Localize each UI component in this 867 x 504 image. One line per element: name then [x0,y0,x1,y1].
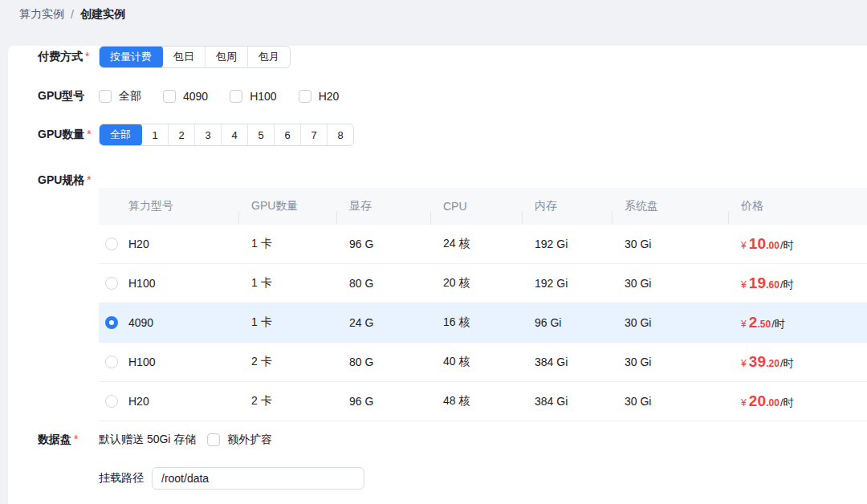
cell-gpu-count: 2 卡 [238,394,336,408]
required-asterisk: * [87,128,91,140]
cell-sys-disk: 30 Gi [612,316,728,329]
cell-price: ¥20.00/时 [728,392,867,410]
spec-row-4090-selected[interactable]: 4090 1 卡 24 G 16 核 96 Gi 30 Gi ¥2.50/时 [99,303,867,343]
cell-sys-disk: 30 Gi [612,277,728,290]
billing-option-pay-as-you-go[interactable]: 按量计费 [99,46,163,68]
gpu-count-option-5[interactable]: 5 [247,124,274,145]
cell-sys-disk: 30 Gi [612,356,728,368]
mount-path-label: 挂载路径 [99,471,144,486]
gpu-count-option-2[interactable]: 2 [168,124,194,145]
cell-gpu-count: 1 卡 [238,315,336,330]
gpu-count-option-3[interactable]: 3 [194,124,221,145]
gpu-count-option-8[interactable]: 8 [327,124,353,145]
spec-row-h100-2[interactable]: H100 2 卡 80 G 40 核 384 Gi 30 Gi ¥39.20/时 [99,343,867,382]
checkbox-icon[interactable] [207,433,220,446]
checkbox-icon[interactable] [99,90,112,103]
gpu-count-row: GPU数量* 全部 1 2 3 4 5 6 7 8 [8,124,867,146]
cell-memory: 192 Gi [522,238,612,250]
cell-vram: 80 G [336,356,430,368]
required-asterisk: * [87,173,91,186]
gpu-model-option-h20[interactable]: H20 [299,90,340,103]
cell-cpu: 40 核 [430,355,522,369]
cell-gpu-count: 1 卡 [238,237,336,251]
checkbox-icon[interactable] [230,90,242,103]
checkbox-icon[interactable] [299,90,311,103]
gpu-model-option-4090[interactable]: 4090 [163,90,208,103]
gpu-count-option-4[interactable]: 4 [221,124,247,145]
cell-memory: 384 Gi [522,395,612,408]
header-gpu-count: GPU数量 [238,199,336,213]
required-asterisk: * [74,433,78,445]
cell-gpu-count: 2 卡 [238,355,336,369]
gpu-count-segmented: 全部 1 2 3 4 5 6 7 8 [99,124,354,146]
cell-vram: 80 G [336,277,430,290]
checkbox-icon[interactable] [163,90,176,103]
header-sys-disk: 系统盘 [612,199,728,213]
gpu-count-option-7[interactable]: 7 [300,124,327,145]
cell-price: ¥19.60/时 [728,274,867,292]
cell-sys-disk: 30 Gi [612,238,728,250]
breadcrumb-parent[interactable]: 算力实例 [19,7,64,22]
required-asterisk: * [85,50,89,63]
cell-model: 4090 [128,316,238,329]
header-model: 算力型号 [128,199,238,213]
billing-method-segmented: 按量计费 包日 包周 包月 [99,46,291,68]
gpu-count-label: GPU数量* [38,128,99,142]
cell-memory: 96 Gi [522,316,612,329]
create-instance-form-card: 付费方式* 按量计费 包日 包周 包月 GPU型号 全部 4090 H100 H… [8,46,867,504]
cell-cpu: 20 核 [430,276,522,291]
header-price: 价格 [728,199,867,213]
cell-price: ¥2.50/时 [728,314,867,331]
spec-row-h20-1[interactable]: H20 1 卡 96 G 24 核 192 Gi 30 Gi ¥10.00/时 [99,225,867,264]
cell-cpu: 24 核 [430,237,522,251]
radio-icon[interactable] [105,238,118,250]
gpu-spec-row: GPU规格* [8,162,867,188]
gpu-spec-table: 算力型号 GPU数量 显存 CPU 内存 系统盘 价格 H20 1 卡 96 G… [99,188,867,421]
radio-icon[interactable] [105,395,118,408]
cell-sys-disk: 30 Gi [612,395,728,408]
cell-vram: 96 G [336,395,430,408]
cell-memory: 384 Gi [522,356,612,368]
spec-row-h20-2[interactable]: H20 2 卡 96 G 48 核 384 Gi 30 Gi ¥20.00/时 [99,382,867,421]
cell-model: H100 [128,356,238,368]
extra-expand-option[interactable]: 额外扩容 [207,433,272,447]
radio-icon[interactable] [105,356,118,368]
cell-gpu-count: 1 卡 [238,276,336,291]
spec-row-h100-1[interactable]: H100 1 卡 80 G 20 核 192 Gi 30 Gi ¥19.60/时 [99,264,867,303]
radio-checked-icon[interactable] [105,316,118,329]
header-cpu: CPU [430,200,522,213]
breadcrumb: 算力实例 / 创建实例 [0,0,867,28]
mount-path-row: 挂载路径 [8,467,867,490]
mount-path-input[interactable] [152,467,364,490]
billing-method-row: 付费方式* 按量计费 包日 包周 包月 [8,46,867,68]
radio-icon[interactable] [105,277,118,290]
billing-option-monthly[interactable]: 包月 [247,47,290,67]
data-disk-label: 数据盘* [38,433,99,447]
header-memory: 内存 [522,199,612,213]
billing-option-daily[interactable]: 包日 [162,47,205,67]
cell-cpu: 16 核 [430,315,522,330]
data-disk-note: 默认赠送 50Gi 存储 [99,433,196,447]
spec-table-header: 算力型号 GPU数量 显存 CPU 内存 系统盘 价格 [99,188,867,225]
header-vram: 显存 [336,199,430,213]
cell-cpu: 48 核 [430,394,522,408]
cell-vram: 24 G [336,316,430,329]
cell-model: H20 [128,395,238,408]
gpu-count-option-6[interactable]: 6 [274,124,300,145]
cell-vram: 96 G [336,238,430,250]
gpu-count-option-1[interactable]: 1 [141,124,168,145]
billing-method-label: 付费方式* [38,50,99,64]
gpu-model-option-all[interactable]: 全部 [99,89,141,104]
cell-price: ¥39.20/时 [728,353,867,371]
gpu-model-row: GPU型号 全部 4090 H100 H20 [8,89,867,104]
data-disk-row: 数据盘* 默认赠送 50Gi 存储 额外扩容 [8,433,867,447]
cell-price: ¥10.00/时 [728,235,867,253]
page-title: 创建实例 [80,7,125,22]
cell-memory: 192 Gi [522,277,612,290]
cell-model: H20 [128,238,238,250]
gpu-count-option-all[interactable]: 全部 [99,124,142,146]
gpu-model-option-h100[interactable]: H100 [230,90,276,103]
breadcrumb-separator: / [71,8,74,21]
billing-option-weekly[interactable]: 包周 [205,47,247,67]
gpu-model-label: GPU型号 [38,89,99,104]
